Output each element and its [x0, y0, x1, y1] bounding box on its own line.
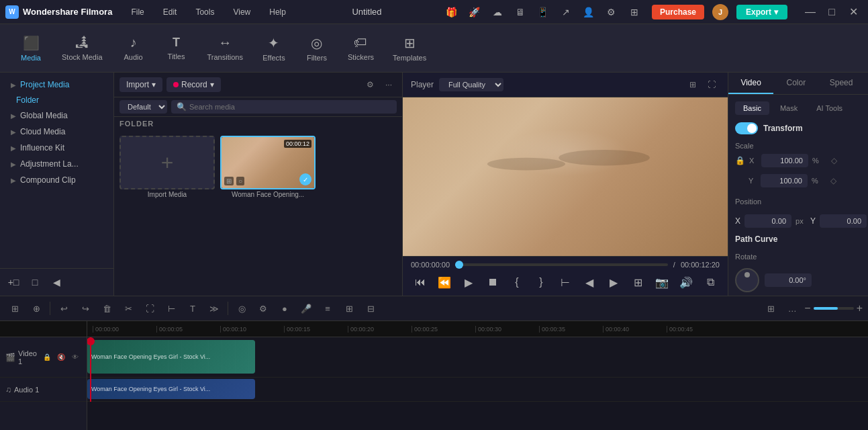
chevron-right-button[interactable]: ▶: [604, 273, 623, 292]
tl-layout-icon[interactable]: ⊞: [761, 299, 780, 318]
menu-help[interactable]: Help: [264, 5, 291, 19]
transform-toggle[interactable]: [735, 122, 758, 134]
record-button[interactable]: Record ▾: [166, 77, 221, 92]
fullscreen-icon[interactable]: ⛶: [704, 77, 720, 93]
tab-color[interactable]: Color: [773, 73, 818, 94]
tl-caption-icon[interactable]: ≡: [318, 299, 337, 318]
pos-x-input[interactable]: [744, 214, 791, 228]
track-lock-icon[interactable]: 🔒: [41, 351, 53, 363]
settings-icon[interactable]: ⚙: [602, 3, 621, 22]
sidebar-item-global-media[interactable]: ▶ Global Media: [5, 108, 108, 124]
zoom-bar[interactable]: [814, 307, 854, 310]
tl-record-icon[interactable]: ●: [275, 299, 294, 318]
zoom-minus-button[interactable]: −: [804, 302, 810, 314]
filter-icon[interactable]: ⚙: [362, 77, 378, 93]
tab-more[interactable]: ›: [864, 73, 868, 94]
share-icon[interactable]: ↗: [557, 3, 575, 22]
tl-add-audio-icon[interactable]: ⊕: [27, 299, 46, 318]
sort-select[interactable]: Default: [119, 100, 167, 114]
play-button[interactable]: ▶: [459, 273, 478, 292]
tool-templates[interactable]: ⊞ Templates: [385, 31, 434, 66]
pip-button[interactable]: ⧉: [701, 273, 720, 292]
tl-delete-icon[interactable]: 🗑: [97, 299, 116, 318]
sidebar-item-adjustment-la[interactable]: ▶ Adjustment La...: [5, 156, 108, 172]
playhead[interactable]: [90, 337, 91, 402]
import-button[interactable]: Import ▾: [119, 77, 162, 92]
tl-more-icon[interactable]: ≫: [205, 299, 224, 318]
more-options-icon[interactable]: ···: [381, 77, 397, 93]
video-clip-1[interactable]: Woman Face Opening Eyes Girl - Stock Vi.…: [87, 340, 255, 374]
tab-video[interactable]: Video: [728, 73, 773, 94]
mark-in-button[interactable]: {: [508, 273, 526, 292]
step-back-button[interactable]: ⏪: [435, 273, 454, 292]
timeline-scrubber[interactable]: [455, 263, 668, 266]
phone-icon[interactable]: 📱: [534, 3, 552, 22]
minimize-button[interactable]: —: [801, 3, 820, 22]
user-icon[interactable]: 👤: [579, 3, 598, 22]
tl-split-icon[interactable]: ⊢: [162, 299, 181, 318]
tool-media[interactable]: ⬛ Media: [11, 31, 51, 66]
stop-button[interactable]: ⏹: [483, 273, 502, 292]
track-mute-icon[interactable]: 🔇: [55, 351, 67, 363]
tl-undo-icon[interactable]: ↩: [54, 299, 73, 318]
collapse-button[interactable]: ◀: [47, 273, 66, 292]
monitor-icon[interactable]: 🖥: [511, 3, 530, 22]
gift-icon[interactable]: 🎁: [442, 3, 461, 22]
mark-out-button[interactable]: }: [532, 273, 550, 292]
tl-more2-icon[interactable]: …: [783, 299, 802, 318]
scale-y-input[interactable]: [761, 174, 808, 187]
rotate-input[interactable]: [765, 273, 812, 287]
volume-button[interactable]: 🔊: [677, 273, 695, 292]
video-media-item[interactable]: 00:00:12 ⊞ ○ ✓ Woman Face Opening...: [220, 136, 316, 203]
menu-tools[interactable]: Tools: [190, 5, 220, 19]
scale-x-keyframe-icon[interactable]: ◇: [827, 154, 840, 167]
export-button[interactable]: Export ▾: [736, 5, 787, 19]
tl-mic-icon[interactable]: 🎤: [297, 299, 316, 318]
tool-stock-media[interactable]: 🏞 Stock Media: [54, 31, 111, 65]
tl-redo-icon[interactable]: ↪: [76, 299, 95, 318]
tool-effects[interactable]: ✦ Effects: [254, 31, 294, 66]
tl-add-video-icon[interactable]: ⊞: [5, 299, 24, 318]
maximize-button[interactable]: □: [822, 3, 841, 22]
cloud-icon[interactable]: ☁: [488, 3, 507, 22]
tl-extra1-icon[interactable]: ⊞: [340, 299, 358, 318]
audio-clip-1[interactable]: Woman Face Opening Eyes Girl - Stock Vi.…: [87, 379, 255, 399]
sidebar-item-project-media[interactable]: ▶ Project Media: [5, 77, 108, 93]
quality-select[interactable]: Full Quality: [439, 78, 503, 91]
chevron-left-button[interactable]: ◀: [580, 273, 599, 292]
close-button[interactable]: ✕: [844, 3, 863, 22]
tl-cut-icon[interactable]: ✂: [119, 299, 138, 318]
tab-speed[interactable]: Speed: [819, 73, 864, 94]
tl-extra2-icon[interactable]: ⊟: [361, 299, 380, 318]
add-folder-button[interactable]: +□: [4, 273, 23, 292]
avatar[interactable]: J: [712, 4, 728, 20]
lock-icon[interactable]: 🔒: [735, 156, 745, 165]
subtab-basic[interactable]: Basic: [735, 101, 769, 115]
rotate-dial[interactable]: [735, 268, 759, 292]
tl-target-icon[interactable]: ◎: [232, 299, 251, 318]
tool-filters[interactable]: ◎ Filters: [297, 31, 337, 66]
add-to-timeline-button[interactable]: ⊞: [628, 273, 647, 292]
tool-transitions[interactable]: ↔ Transitions: [199, 31, 251, 65]
zoom-plus-button[interactable]: +: [857, 302, 863, 314]
rocket-icon[interactable]: 🚀: [465, 3, 484, 22]
menu-edit[interactable]: Edit: [158, 5, 183, 19]
sidebar-item-influence-kit[interactable]: ▶ Influence Kit: [5, 140, 108, 156]
tl-crop-icon[interactable]: ⛶: [140, 299, 159, 318]
folder-button[interactable]: □: [26, 273, 44, 292]
grid-view-icon[interactable]: ⊞: [685, 77, 701, 93]
search-input[interactable]: [189, 103, 391, 111]
pos-y-input[interactable]: [820, 214, 867, 228]
tl-text-icon[interactable]: T: [183, 299, 202, 318]
skip-back-button[interactable]: ⏮: [411, 273, 430, 292]
menu-view[interactable]: View: [228, 5, 256, 19]
sidebar-item-compound-clip[interactable]: ▶ Compound Clip: [5, 172, 108, 188]
grid-icon[interactable]: ⊞: [625, 3, 644, 22]
purchase-button[interactable]: Purchase: [652, 5, 704, 19]
tool-audio[interactable]: ♪ Audio: [113, 31, 154, 65]
sidebar-item-cloud-media[interactable]: ▶ Cloud Media: [5, 124, 108, 140]
tool-titles[interactable]: T Titles: [156, 32, 197, 64]
tl-settings-icon[interactable]: ⚙: [254, 299, 273, 318]
subtab-ai-tools[interactable]: AI Tools: [808, 101, 851, 115]
track-visible-icon[interactable]: 👁: [69, 351, 81, 363]
